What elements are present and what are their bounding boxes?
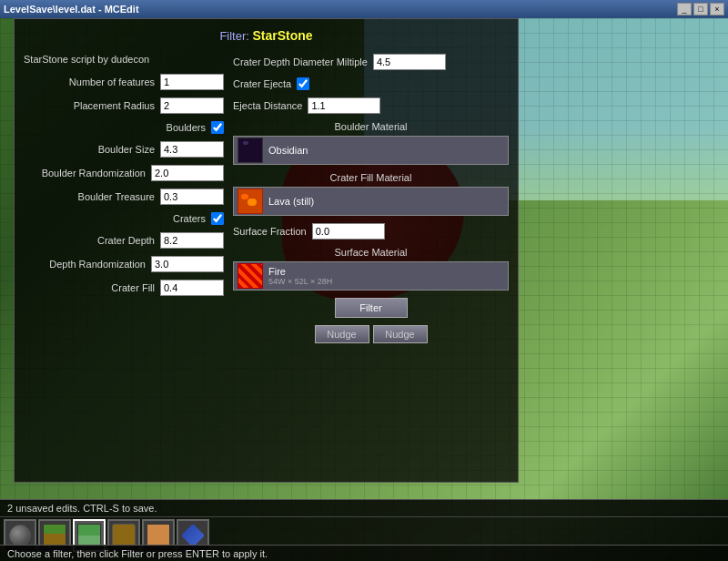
ejecta-distance-label: Ejecta Distance [233, 100, 308, 111]
bottom-bar: 2 unsaved edits. CTRL-S to save. [0, 499, 728, 545]
title-bar: LevelSave\level.dat - MCEdit _ □ × [0, 0, 728, 18]
filter-panel: Filter: StarStone StarStone script by du… [14, 18, 519, 483]
nudge-button-2[interactable]: Nudge [373, 325, 428, 343]
crater-depth-row: Crater Depth [24, 232, 224, 249]
status-bar: 2 unsaved edits. CTRL-S to save. [0, 500, 728, 517]
crater-depth-input[interactable] [160, 232, 224, 249]
bottom-status-bar: Choose a filter, then click Filter or pr… [0, 545, 728, 561]
boulder-rand-label: Boulder Randomization [24, 168, 151, 178]
surface-material-title: Surface Material [233, 247, 509, 258]
left-column: StarStone script by dudecon Number of fe… [24, 54, 224, 343]
crater-ejecta-checkbox[interactable] [297, 77, 309, 90]
crater-fill-label: Crater Fill [24, 282, 160, 293]
crater-depth-label: Crater Depth [24, 235, 160, 246]
crater-fill-material-name: Lava (still) [268, 196, 314, 207]
filter-name: StarStone [253, 28, 313, 43]
surface-fraction-label: Surface Fraction [233, 226, 312, 237]
features-input[interactable] [160, 74, 224, 90]
boulder-material-name: Obsidian [268, 145, 308, 156]
depth-rand-input[interactable] [151, 256, 224, 272]
surface-material-info: Fire 54W × 52L × 28H [268, 266, 332, 286]
boulder-size-row: Boulder Size [24, 141, 224, 158]
features-label: Number of features [24, 76, 160, 87]
boulder-rand-input[interactable] [151, 165, 224, 181]
fire-icon [238, 263, 263, 289]
close-button[interactable]: × [710, 3, 724, 15]
lava-icon [238, 189, 263, 214]
craters-row: Craters [24, 212, 224, 225]
crater-ejecta-row: Crater Ejecta [233, 77, 509, 90]
right-column: Crater Depth Diameter Miltiple Crater Ej… [233, 54, 509, 343]
crater-ejecta-label: Crater Ejecta [233, 78, 297, 89]
craters-checkbox[interactable] [211, 212, 224, 225]
craters-label: Craters [24, 213, 211, 224]
filter-button[interactable]: Filter [335, 298, 408, 318]
surface-fraction-row: Surface Fraction [233, 223, 509, 240]
bottom-status-text: Choose a filter, then click Filter or pr… [7, 548, 268, 559]
ejecta-distance-row: Ejecta Distance [233, 97, 509, 114]
depth-rand-label: Depth Randomization [24, 259, 151, 270]
boulder-material-box[interactable]: Obsidian [233, 136, 509, 165]
maximize-button[interactable]: □ [693, 3, 708, 15]
footer-buttons: Filter Nudge Nudge [233, 298, 509, 343]
boulder-treasure-input[interactable] [160, 189, 224, 205]
depth-rand-row: Depth Randomization [24, 256, 224, 272]
boulder-treasure-row: Boulder Treasure [24, 189, 224, 205]
surface-material-sub: 54W × 52L × 28H [268, 277, 332, 286]
crater-fill-material-box[interactable]: Lava (still) [233, 187, 509, 216]
ejecta-distance-input[interactable] [308, 97, 380, 114]
crater-ddm-label: Crater Depth Diameter Miltiple [233, 56, 373, 67]
boulders-row: Boulders [24, 121, 224, 134]
crater-fill-row: Crater Fill [24, 280, 224, 296]
filter-title-bar: Filter: StarStone [24, 28, 509, 43]
boulder-size-input[interactable] [160, 141, 224, 158]
surface-fraction-input[interactable] [312, 223, 385, 240]
crater-fill-input[interactable] [160, 280, 224, 296]
nudge-button-1[interactable]: Nudge [315, 325, 369, 343]
features-row: Number of features [24, 74, 224, 90]
nudge-row: Nudge Nudge [233, 325, 509, 343]
circle-tool-icon [9, 525, 31, 546]
placement-radius-input[interactable] [160, 97, 224, 114]
surface-material-name: Fire [268, 266, 332, 277]
crater-ddm-input[interactable] [373, 54, 446, 70]
boulder-rand-row: Boulder Randomization [24, 165, 224, 181]
minimize-button[interactable]: _ [677, 3, 692, 15]
crater-fill-material-title: Crater Fill Material [233, 172, 509, 183]
boulders-label: Boulders [24, 122, 211, 133]
title-text: LevelSave\level.dat - MCEdit [4, 4, 139, 15]
boulder-material-title: Boulder Material [233, 121, 509, 132]
window-controls[interactable]: _ □ × [677, 3, 724, 15]
boulders-checkbox[interactable] [211, 121, 224, 134]
boulder-size-label: Boulder Size [24, 144, 160, 155]
obsidian-icon [238, 138, 263, 163]
panel-columns: StarStone script by dudecon Number of fe… [24, 54, 509, 343]
placement-radius-label: Placement Radius [24, 100, 160, 111]
placement-radius-row: Placement Radius [24, 97, 224, 114]
filter-label: Filter: [219, 29, 249, 43]
boulder-treasure-label: Boulder Treasure [24, 191, 160, 202]
crater-ddm-row: Crater Depth Diameter Miltiple [233, 54, 509, 70]
unsaved-status: 2 unsaved edits. CTRL-S to save. [7, 503, 157, 514]
script-label: StarStone script by dudecon [24, 54, 224, 65]
surface-material-box[interactable]: Fire 54W × 52L × 28H [233, 261, 509, 291]
